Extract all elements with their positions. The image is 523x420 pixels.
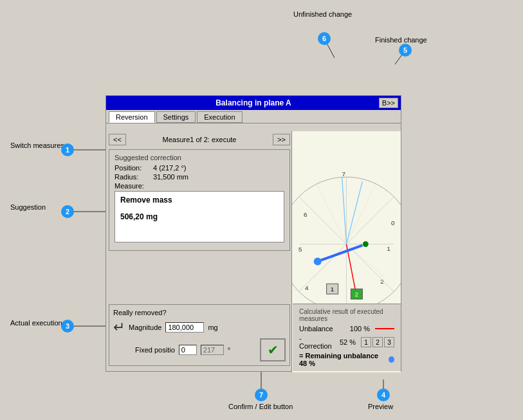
- correction-title: Suggested correction: [115, 154, 284, 161]
- fixed-pos-label: Fixed positio: [135, 346, 175, 354]
- polar-label-6: 6: [304, 211, 307, 218]
- actual-execution-label: Actual execution: [10, 319, 62, 327]
- suggestion-text-2: 506,20 mg: [120, 212, 279, 221]
- tab-bar: Reversion Settings Execution: [106, 110, 401, 123]
- unfinished-change-label: Unfinished change: [293, 10, 352, 18]
- results-title: Calculative result of executed measures: [299, 308, 394, 322]
- radius-key: Radius:: [115, 173, 153, 181]
- correction-result-row: - Correction 52 % 1 2 3: [299, 334, 394, 350]
- fixed-pos-input[interactable]: [179, 345, 197, 355]
- exec-row-1: ↵ Magnitude mg: [113, 319, 286, 336]
- suggestion-text-1: Remove mass: [120, 196, 279, 205]
- magnitude-input[interactable]: [165, 322, 204, 333]
- fixed-pos-input2: [201, 345, 224, 355]
- tab-settings[interactable]: Settings: [156, 111, 196, 123]
- execution-box: Really removed? ↵ Magnitude mg Fixed pos…: [109, 304, 290, 366]
- correction-box-2: 2: [372, 337, 383, 347]
- measure-nav-row: << Measure1 of 2: execute >>: [109, 134, 290, 145]
- position-key: Position:: [115, 164, 153, 172]
- remaining-dot: [389, 356, 394, 363]
- remaining-row: = Remaining unbalance 48 %: [299, 352, 394, 367]
- correction-boxes: 1 2 3: [361, 337, 394, 347]
- arrow-down-icon: ↵: [113, 319, 125, 336]
- polar-label-1: 1: [387, 245, 390, 252]
- correction-result-label: - Correction: [299, 334, 332, 350]
- results-panel: Calculative result of executed measures …: [293, 304, 401, 371]
- suggestion-box: Remove mass 506,20 mg: [115, 191, 284, 242]
- radius-value: 31,500 mm: [153, 173, 188, 181]
- main-window: Balancing in plane A B>> Reversion Setti…: [106, 95, 401, 372]
- title-bar: Balancing in plane A B>>: [106, 96, 401, 110]
- checkmark-icon: ✔: [268, 342, 279, 358]
- correction-box-1: 1: [361, 337, 371, 347]
- correction-box-3: 3: [384, 337, 394, 347]
- tab-reversion[interactable]: Reversion: [109, 111, 155, 123]
- polar-label-7: 7: [342, 170, 346, 178]
- svg-text:2: 2: [354, 291, 358, 298]
- correction-box: Suggested correction Position: 4 (217,2 …: [109, 149, 290, 251]
- suggestion-label: Suggestion: [10, 203, 46, 211]
- magnitude-unit: mg: [208, 324, 217, 331]
- measure-key2: Measure:: [115, 182, 153, 190]
- left-panel: << Measure1 of 2: execute >> Suggested c…: [106, 131, 293, 372]
- correction-result-value: 52 %: [332, 338, 356, 346]
- confirm-edit-label: Confirm / Edit button: [228, 403, 293, 410]
- switch-measures-label: Switch measures: [10, 142, 64, 149]
- finished-change-label: Finished change: [375, 36, 427, 44]
- bubble-2: 2: [61, 205, 74, 218]
- window-title: Balancing in plane A: [216, 98, 291, 107]
- bubble-1: 1: [61, 143, 74, 156]
- exec-row-2: Fixed positio ° ✔: [113, 338, 286, 361]
- b-button[interactable]: B>>: [379, 98, 398, 108]
- unbalance-value: 100 %: [342, 325, 370, 333]
- bubble-6: 6: [318, 32, 331, 45]
- svg-point-26: [362, 241, 369, 248]
- polar-label-5: 5: [298, 246, 302, 253]
- position-value: 4 (217,2 °): [153, 164, 186, 172]
- unbalance-row: Unbalance 100 %: [299, 325, 394, 333]
- execution-area: Really removed? ↵ Magnitude mg Fixed pos…: [109, 304, 290, 366]
- prev-measure-button[interactable]: <<: [109, 134, 126, 145]
- measure-row2: Measure:: [115, 182, 284, 190]
- execution-title: Really removed?: [113, 309, 286, 316]
- confirm-button[interactable]: ✔: [260, 338, 286, 361]
- magnitude-label: Magnitude: [129, 324, 161, 331]
- bubble-5: 5: [399, 44, 412, 57]
- next-measure-button[interactable]: >>: [273, 134, 290, 145]
- unbalance-line: [375, 328, 394, 329]
- svg-text:1: 1: [331, 286, 335, 293]
- unbalance-label: Unbalance: [299, 325, 342, 333]
- polar-label-0: 0: [391, 219, 395, 226]
- bubble-3: 3: [61, 320, 74, 333]
- fixed-pos-unit: °: [228, 346, 230, 354]
- radius-row: Radius: 31,500 mm: [115, 173, 284, 181]
- confirm-btn-wrapper: ✔: [260, 338, 286, 361]
- tab-execution[interactable]: Execution: [197, 111, 242, 123]
- preview-label: Preview: [368, 403, 393, 410]
- measure-label: Measure1 of 2: execute: [129, 136, 270, 143]
- svg-point-23: [314, 257, 322, 265]
- bubble-7: 7: [255, 388, 268, 401]
- position-row: Position: 4 (217,2 °): [115, 164, 284, 172]
- remaining-label: = Remaining unbalance 48 %: [299, 352, 383, 367]
- bubble-4: 4: [377, 388, 390, 401]
